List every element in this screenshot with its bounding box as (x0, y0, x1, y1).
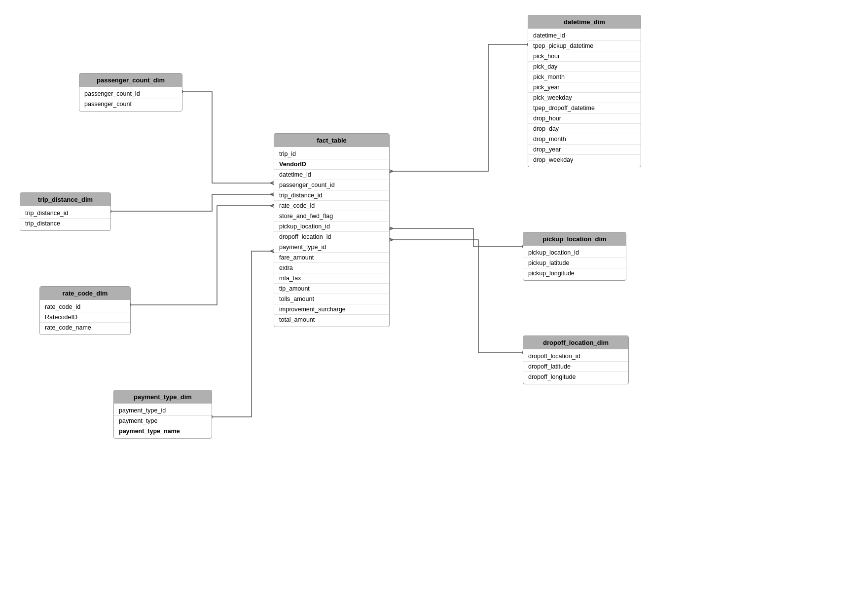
table-datetime-dim: datetime_dim datetime_id tpep_pickup_dat… (528, 15, 641, 167)
table-row: dropoff_longitude (523, 372, 628, 382)
table-row: extra (274, 262, 389, 273)
svg-line-0 (270, 182, 274, 183)
table-header-rate-code-dim: rate_code_dim (40, 287, 130, 300)
table-row: trip_distance_id (20, 208, 110, 218)
table-row: tpep_dropoff_datetime (528, 103, 641, 113)
table-row: drop_hour (528, 113, 641, 123)
table-row: trip_distance_id (274, 190, 389, 200)
table-body-trip-distance-dim: trip_distance_id trip_distance (20, 206, 110, 230)
table-row: payment_type (114, 415, 212, 426)
table-row: payment_type_id (114, 406, 212, 415)
table-body-rate-code-dim: rate_code_id RatecodeID rate_code_name (40, 300, 130, 335)
table-row: payment_type_name (114, 426, 212, 436)
table-row: drop_day (528, 123, 641, 134)
table-row: trip_distance (20, 218, 110, 228)
table-row: improvement_surcharge (274, 304, 389, 314)
table-row: pick_month (528, 72, 641, 82)
table-body-datetime-dim: datetime_id tpep_pickup_datetime pick_ho… (528, 29, 641, 167)
svg-line-5 (390, 171, 393, 173)
svg-line-7 (270, 193, 274, 194)
table-row: drop_weekday (528, 154, 641, 165)
table-row: rate_code_name (40, 322, 130, 333)
svg-line-1 (270, 183, 274, 185)
table-row: pick_weekday (528, 92, 641, 103)
table-body-passenger-count-dim: passenger_count_id passenger_count (79, 87, 182, 111)
table-row: pick_year (528, 82, 641, 92)
table-row: tolls_amount (274, 294, 389, 304)
svg-line-19 (270, 250, 274, 251)
table-row: mta_tax (274, 273, 389, 283)
table-body-dropoff-location-dim: dropoff_location_id dropoff_latitude dro… (523, 349, 628, 384)
svg-line-14 (390, 228, 393, 230)
table-row: store_and_fwd_flag (274, 211, 389, 221)
table-trip-distance-dim: trip_distance_dim trip_distance_id trip_… (20, 192, 111, 231)
table-pickup-location-dim: pickup_location_dim pickup_location_id p… (523, 232, 626, 281)
table-row: rate_code_id (40, 302, 130, 312)
table-header-trip-distance-dim: trip_distance_dim (20, 193, 110, 206)
table-header-datetime-dim: datetime_dim (528, 15, 641, 29)
table-row: pickup_location_id (274, 221, 389, 231)
table-row: dropoff_location_id (523, 351, 628, 361)
svg-line-16 (390, 238, 393, 240)
table-header-dropoff-location-dim: dropoff_location_dim (523, 336, 628, 349)
erd-diagram: datetime_dim datetime_id tpep_pickup_dat… (0, 0, 868, 595)
table-row: pickup_longitude (523, 268, 626, 278)
table-row: RatecodeID (40, 312, 130, 322)
table-row: passenger_count (79, 99, 182, 109)
table-header-fact-table: fact_table (274, 134, 389, 147)
table-body-fact-table: trip_id VendorID datetime_id passenger_c… (274, 147, 389, 327)
table-row: trip_id (274, 149, 389, 159)
table-row: passenger_count_id (79, 89, 182, 99)
table-row: drop_month (528, 134, 641, 144)
table-payment-type-dim: payment_type_dim payment_type_id payment… (113, 390, 212, 439)
svg-line-4 (390, 170, 393, 171)
table-header-passenger-count-dim: passenger_count_dim (79, 74, 182, 87)
table-row: datetime_id (274, 169, 389, 180)
svg-line-17 (390, 240, 393, 241)
svg-line-11 (270, 206, 274, 207)
svg-line-8 (270, 194, 274, 196)
svg-line-13 (390, 227, 393, 228)
svg-line-20 (270, 251, 274, 253)
table-dropoff-location-dim: dropoff_location_dim dropoff_location_id… (523, 335, 629, 384)
table-header-pickup-location-dim: pickup_location_dim (523, 232, 626, 246)
table-row: total_amount (274, 314, 389, 325)
table-header-payment-type-dim: payment_type_dim (114, 390, 212, 404)
table-passenger-count-dim: passenger_count_dim passenger_count_id p… (79, 73, 182, 112)
table-row: pickup_location_id (523, 248, 626, 258)
table-row: tip_amount (274, 283, 389, 294)
table-body-payment-type-dim: payment_type_id payment_type payment_typ… (114, 404, 212, 438)
table-body-pickup-location-dim: pickup_location_id pickup_latitude picku… (523, 246, 626, 280)
table-row: pickup_latitude (523, 258, 626, 268)
table-row: payment_type_id (274, 242, 389, 252)
table-row: VendorID (274, 159, 389, 169)
table-row: pick_hour (528, 51, 641, 61)
table-row: fare_amount (274, 252, 389, 262)
table-row: rate_code_id (274, 200, 389, 211)
table-row: dropoff_location_id (274, 231, 389, 242)
table-row: dropoff_latitude (523, 361, 628, 372)
table-row: drop_year (528, 144, 641, 154)
table-row: passenger_count_id (274, 180, 389, 190)
table-fact-table: fact_table trip_id VendorID datetime_id … (274, 133, 390, 327)
table-rate-code-dim: rate_code_dim rate_code_id RatecodeID ra… (39, 286, 131, 335)
table-row: tpep_pickup_datetime (528, 40, 641, 51)
svg-line-10 (270, 204, 274, 206)
table-row: datetime_id (528, 31, 641, 40)
table-row: pick_day (528, 61, 641, 72)
